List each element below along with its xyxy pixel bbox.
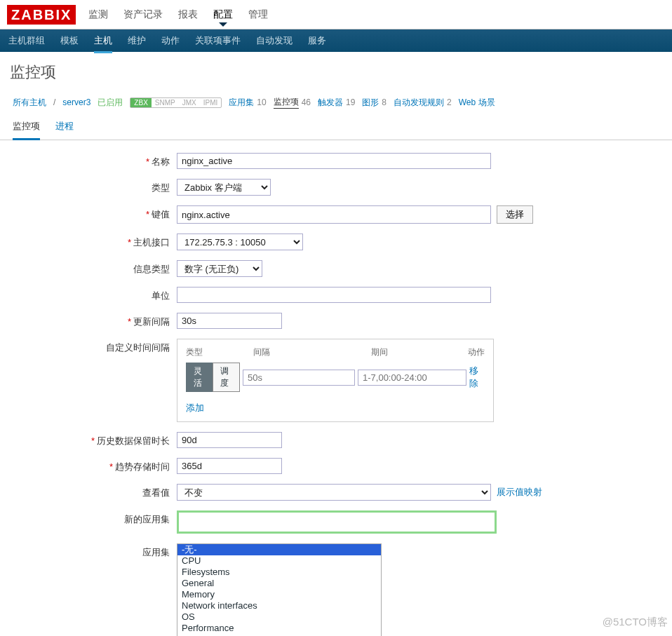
badge-zbx: ZBX xyxy=(130,98,151,107)
seg-flexible[interactable]: 灵活 xyxy=(186,363,213,392)
link-graphs[interactable]: 图形 xyxy=(362,97,379,109)
key-label: *键值 xyxy=(15,205,177,221)
app-opt-performance[interactable]: Performance xyxy=(177,623,381,634)
tab-process[interactable]: 进程 xyxy=(55,116,74,140)
interval-label: *更新间隔 xyxy=(15,313,177,328)
newapp-input[interactable] xyxy=(180,514,493,530)
link-web-scenarios[interactable]: Web 场景 xyxy=(459,97,495,109)
flex-period-input[interactable] xyxy=(358,370,466,386)
custom-row: 灵活 调度 移除 xyxy=(186,363,485,392)
history-label: *历史数据保留时长 xyxy=(15,432,177,447)
apps-listbox[interactable]: -无- CPU Filesystems General Memory Netwo… xyxy=(177,543,382,636)
app-opt-netif[interactable]: Network interfaces xyxy=(177,600,381,611)
app-opt-cpu[interactable]: CPU xyxy=(177,555,381,567)
custom-header: 类型间隔期间动作 xyxy=(186,346,485,358)
subnav-correlation[interactable]: 关联项事件 xyxy=(195,34,241,47)
view-select[interactable]: 不变 xyxy=(177,484,491,501)
watermark: @51CTO博客 xyxy=(603,616,668,629)
subnav-discovery[interactable]: 自动发现 xyxy=(256,34,293,47)
form-tabs: 监控项 进程 xyxy=(0,116,672,140)
custom-interval-label: 自定义时间间隔 xyxy=(15,339,177,354)
remove-link[interactable]: 移除 xyxy=(469,365,485,390)
value-mapping-link[interactable]: 展示值映射 xyxy=(497,486,542,499)
breadcrumb: 所有主机 / server3 已启用 ZBX SNMP JMX IPMI 应用集… xyxy=(0,93,672,116)
custom-interval-box: 类型间隔期间动作 灵活 调度 移除 添加 xyxy=(177,339,494,422)
app-opt-filesystems[interactable]: Filesystems xyxy=(177,567,381,578)
newapp-label: 新的应用集 xyxy=(15,510,177,526)
apps-label: 应用集 xyxy=(15,543,177,559)
badge-ipmi: IPMI xyxy=(200,98,222,107)
page-title: 监控项 xyxy=(0,52,672,93)
subnav-templates[interactable]: 模板 xyxy=(60,34,79,47)
nav-admin[interactable]: 管理 xyxy=(248,8,268,21)
interval-type-seg: 灵活 调度 xyxy=(186,363,240,392)
info-select[interactable]: 数字 (无正负) xyxy=(177,260,262,277)
newapp-highlight xyxy=(177,510,497,534)
crumb-all-hosts[interactable]: 所有主机 xyxy=(13,97,46,109)
app-opt-os[interactable]: OS xyxy=(177,611,381,623)
key-input[interactable] xyxy=(177,205,491,224)
add-link[interactable]: 添加 xyxy=(186,402,204,413)
item-form: *名称 类型 Zabbix 客户端 *键值 选择 *主机接口 172.25.75… xyxy=(0,140,672,636)
badge-jmx: JMX xyxy=(179,98,200,107)
nav-monitor[interactable]: 监测 xyxy=(88,8,108,21)
view-label: 查看值 xyxy=(15,484,177,499)
link-triggers[interactable]: 触发器 xyxy=(318,97,343,109)
app-opt-memory[interactable]: Memory xyxy=(177,589,381,600)
sub-nav: 主机群组 模板 主机 维护 动作 关联项事件 自动发现 服务 xyxy=(0,29,672,52)
name-label: *名称 xyxy=(15,153,177,168)
info-label: 信息类型 xyxy=(15,260,177,276)
history-input[interactable] xyxy=(177,432,282,448)
subnav-actions[interactable]: 动作 xyxy=(161,34,180,47)
logo: ZABBIX xyxy=(7,5,76,25)
nav-reports[interactable]: 报表 xyxy=(178,8,198,21)
nav-inventory[interactable]: 资产记录 xyxy=(123,8,163,21)
seg-schedule[interactable]: 调度 xyxy=(213,363,240,392)
iface-label: *主机接口 xyxy=(15,234,177,249)
badge-snmp: SNMP xyxy=(152,98,179,107)
link-applications[interactable]: 应用集 xyxy=(229,97,254,109)
interval-input[interactable] xyxy=(177,313,282,329)
status-enabled: 已启用 xyxy=(98,97,123,109)
trend-input[interactable] xyxy=(177,458,282,474)
nav-config[interactable]: 配置 xyxy=(213,8,233,21)
subnav-services[interactable]: 服务 xyxy=(308,34,326,47)
subnav-hosts[interactable]: 主机 xyxy=(94,34,112,53)
subnav-maintenance[interactable]: 维护 xyxy=(128,34,146,47)
iface-select[interactable]: 172.25.75.3 : 10050 xyxy=(177,234,303,250)
top-nav: 监测 资产记录 报表 配置 管理 xyxy=(88,8,268,21)
link-items[interactable]: 监控项 xyxy=(274,96,299,109)
unit-label: 单位 xyxy=(15,287,177,302)
link-discovery-rules[interactable]: 自动发现规则 xyxy=(394,97,444,109)
app-opt-general[interactable]: General xyxy=(177,578,381,589)
name-input[interactable] xyxy=(177,153,491,169)
crumb-host[interactable]: server3 xyxy=(62,97,90,107)
trend-label: *趋势存储时间 xyxy=(15,458,177,473)
subnav-hostgroups[interactable]: 主机群组 xyxy=(8,34,45,47)
flex-interval-input[interactable] xyxy=(243,370,355,386)
key-select-button[interactable]: 选择 xyxy=(497,205,533,224)
type-label: 类型 xyxy=(15,179,177,194)
type-select[interactable]: Zabbix 客户端 xyxy=(177,179,271,196)
unit-input[interactable] xyxy=(177,287,491,303)
agent-badges: ZBX SNMP JMX IPMI xyxy=(130,97,222,108)
top-header: ZABBIX 监测 资产记录 报表 配置 管理 xyxy=(0,0,672,29)
tab-item[interactable]: 监控项 xyxy=(13,116,40,140)
app-opt-none[interactable]: -无- xyxy=(177,544,381,555)
crumb-sep: / xyxy=(53,97,55,107)
